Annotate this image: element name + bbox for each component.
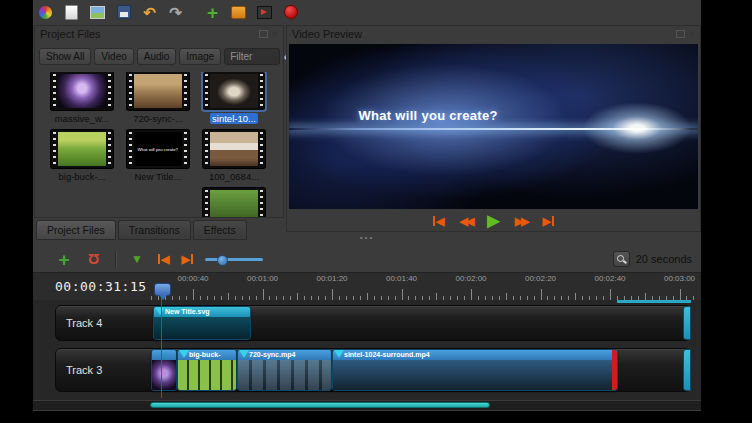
close-panel-icon[interactable]: × <box>689 29 695 40</box>
panel-title: Video Preview <box>292 28 362 40</box>
media-item-massive[interactable]: massive_w... <box>47 72 117 130</box>
filmstrip-thumbnail: What will you create? <box>127 130 189 168</box>
filter-audio-button[interactable]: Audio <box>137 48 177 65</box>
dock-splitter-handle[interactable]: ••• <box>33 234 701 242</box>
timeline-scrollbar[interactable] <box>33 401 701 410</box>
jump-to-start-button[interactable]: ◀ <box>433 216 444 227</box>
filmstrip-thumbnail <box>203 188 265 217</box>
panel-title: Project Files <box>40 28 101 40</box>
filmstrip-thumbnail <box>127 72 189 110</box>
clip-massive[interactable] <box>151 349 177 391</box>
media-item-big-buck[interactable]: big-buck-... <box>47 130 117 188</box>
transition-marker-icon <box>179 350 189 358</box>
clip-trim-handle[interactable] <box>612 350 617 390</box>
video-overlay-text: What will you create? <box>358 107 497 122</box>
partial-clip-above[interactable] <box>617 300 691 303</box>
play-button[interactable]: ▶ <box>487 213 499 229</box>
zoom-scale-label: 20 seconds <box>636 253 692 265</box>
float-panel-icon[interactable] <box>676 30 685 38</box>
playhead-timecode: 00:00:31:15 <box>55 279 147 294</box>
zoom-scale-icon[interactable] <box>613 251 630 267</box>
jump-to-end-button[interactable]: ▶ <box>543 216 554 227</box>
video-preview-header: Video Preview × <box>287 26 700 42</box>
redo-icon[interactable]: ↷ <box>167 4 184 21</box>
clip-new-title[interactable]: New Title.svg <box>153 306 251 340</box>
media-item-new-title[interactable]: What will you create? New Title... <box>123 130 193 188</box>
filmstrip-thumbnail <box>203 72 265 110</box>
video-canvas: What will you create? <box>289 44 698 209</box>
filter-show-all-button[interactable]: Show All <box>39 48 91 65</box>
video-preview-panel: Video Preview × What will you create? ◀ … <box>286 25 701 232</box>
clip-720-sync[interactable]: 720-sync.mp4 <box>237 349 332 391</box>
zoom-slider[interactable] <box>205 252 263 266</box>
filmstrip-thumbnail <box>51 130 113 168</box>
project-files-panel: Project Files × Show All Video Audio Ima… <box>34 25 284 218</box>
media-item-partial[interactable] <box>199 188 269 217</box>
lens-flare-burst <box>582 102 692 154</box>
clip-big-buck[interactable]: big-buck- <box>177 349 237 391</box>
filmstrip-thumbnail <box>203 130 265 168</box>
timeline-scrollbar-thumb[interactable] <box>150 402 490 408</box>
filmstrip-thumbnail <box>51 72 113 110</box>
filter-input[interactable] <box>224 48 280 65</box>
transition-marker-icon <box>239 350 249 358</box>
openshot-window: ↶ ↷ + Project Files × Show All Video Aud… <box>33 0 701 411</box>
timeline-tracks-area: Track 4 Track 3 New Title.svg big-buck- … <box>33 300 701 400</box>
app-logo-icon <box>37 4 54 21</box>
zoom-slider-handle[interactable] <box>217 255 228 266</box>
project-files-grid: massive_w... 720-sync-... sintel-10... b… <box>47 72 281 217</box>
fast-forward-button[interactable]: ▶▶ <box>515 216 528 227</box>
main-toolbar: ↶ ↷ + <box>33 0 701 24</box>
export-video-icon[interactable] <box>256 4 273 21</box>
transport-controls: ◀ ◀◀ ▶ ▶▶ ▶ <box>287 212 700 230</box>
timeline-toolbar: + Ω ▼ ◀ ▶ 20 seconds <box>33 246 701 272</box>
media-item-100-0684[interactable]: 100_0684... <box>199 130 269 188</box>
timeline-ruler[interactable]: 00:00:40 00:01:00 00:01:20 00:01:40 00:0… <box>148 273 701 301</box>
choose-profile-icon[interactable] <box>230 4 247 21</box>
next-marker-icon[interactable]: ▶ <box>181 254 192 265</box>
track-4: Track 4 <box>55 305 691 341</box>
timeline-ruler-row: 00:00:31:15 00:00:40 00:01:00 00:01:20 0… <box>33 272 701 301</box>
clip-sliver-track4[interactable] <box>683 306 691 340</box>
media-item-720-sync[interactable]: 720-sync-... <box>123 72 193 130</box>
playhead-handle[interactable] <box>154 283 171 296</box>
filter-video-button[interactable]: Video <box>94 48 133 65</box>
clip-sintel[interactable]: sintel-1024-surround.mp4 <box>332 349 618 391</box>
import-files-icon[interactable]: + <box>204 4 221 21</box>
playhead-line <box>161 297 162 398</box>
clip-sliver-track3[interactable] <box>683 349 691 391</box>
previous-marker-icon[interactable]: ◀ <box>158 254 169 265</box>
media-filter-row: Show All Video Audio Image ✐ <box>39 46 281 66</box>
toolbar-separator <box>115 251 116 267</box>
add-marker-icon[interactable]: ▼ <box>128 250 146 268</box>
new-project-icon[interactable] <box>63 4 80 21</box>
transition-marker-icon <box>155 307 165 315</box>
float-panel-icon[interactable] <box>259 30 268 38</box>
filter-image-button[interactable]: Image <box>179 48 221 65</box>
record-icon[interactable] <box>282 4 299 21</box>
close-panel-icon[interactable]: × <box>272 29 278 40</box>
transition-marker-icon <box>334 350 344 358</box>
snapping-toggle-icon[interactable]: Ω <box>85 250 103 268</box>
project-files-header: Project Files × <box>35 26 283 42</box>
rewind-button[interactable]: ◀◀ <box>459 216 472 227</box>
open-project-icon[interactable] <box>89 4 106 21</box>
media-item-sintel[interactable]: sintel-10... <box>199 72 269 130</box>
add-track-icon[interactable]: + <box>55 250 73 268</box>
save-project-icon[interactable] <box>115 4 132 21</box>
undo-icon[interactable]: ↶ <box>141 4 158 21</box>
